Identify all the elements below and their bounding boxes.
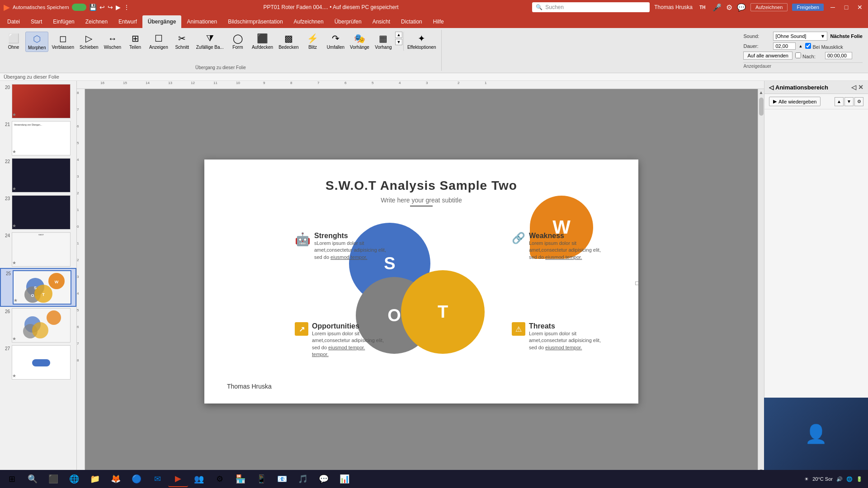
anim-arrow-settings[interactable]: ⚙ [854,97,863,106]
transition-vorhang[interactable]: ▦ Vorhang [373,32,394,51]
play-all-button[interactable]: ▶ Alle wiedergeben [769,97,821,106]
tab-uebergaenge[interactable]: Übergänge [142,15,182,28]
settings-taskbar-button[interactable]: ⚙ [210,471,230,487]
effektoptionen-button[interactable]: ✦ Effektoptionen [403,32,439,51]
transition-schieben[interactable]: ▷ Schieben [77,32,101,51]
slide-thumb-21[interactable]: 21 Verwendung von Übergan... ★ [0,120,76,157]
anim-arrow-up[interactable]: ▲ [835,97,844,106]
auf-alle-button[interactable]: Auf alle anwenden [743,52,793,60]
bei-mausklick-checkbox[interactable] [805,43,811,49]
chrome-button[interactable]: 🔵 [127,471,146,487]
dictation-icon[interactable]: 🎤 [712,3,722,12]
undo-icon[interactable]: ↩ [99,4,105,11]
nach-checkbox[interactable] [795,52,801,58]
teams-button[interactable]: 👥 [189,471,209,487]
anim-panel-buttons[interactable]: ◁ ✕ [851,84,863,91]
slide-canvas[interactable]: S.W.O.T Analysis Sample Two Write here y… [85,89,758,474]
save-icon[interactable]: 💾 [89,4,97,11]
slide-thumb-26[interactable]: 26 ★ [0,307,76,344]
tab-entwurf[interactable]: Entwurf [113,15,142,28]
minimize-button[interactable]: ─ [828,3,837,12]
search-taskbar-button[interactable]: 🔍 [23,471,42,487]
transition-bedecken[interactable]: ▩ Bedecken [276,32,301,51]
transition-schnitt[interactable]: ✂ Schnitt [171,32,193,51]
tab-aufzeichnen[interactable]: Aufzeichnen [288,15,329,28]
search-box[interactable]: 🔍 Suchen [532,2,650,12]
tab-hilfe[interactable]: Hilfe [428,15,449,28]
app2-button[interactable]: 📧 [272,471,292,487]
slide-thumb-22[interactable]: 22 ★ [0,157,76,194]
tab-ansicht[interactable]: Ansicht [367,15,396,28]
dauer-input[interactable] [773,42,796,50]
transition-anzeigen[interactable]: ☐ Anzeigen [147,32,170,51]
vertical-scrollbar[interactable]: ▲ ▼ [758,89,764,474]
close-button[interactable]: ✕ [855,3,864,12]
network-icon[interactable]: 🌐 [846,476,853,482]
settings-icon[interactable]: ⚙ [726,3,732,12]
more-icon[interactable]: ⋮ [123,4,130,11]
tab-einfuegen[interactable]: Einfügen [47,15,80,28]
edge-button[interactable]: 🌐 [64,471,84,487]
anim-close-icon[interactable]: ✕ [858,84,863,91]
scroll-thumb[interactable] [759,98,764,116]
slide-title[interactable]: S.W.O.T Analysis Sample Two [204,178,638,193]
resize-handle[interactable] [635,282,638,285]
slide-thumb-27[interactable]: 27 ★ [0,344,76,381]
transition-verblassen[interactable]: ◻ Verblassen [49,32,76,51]
transition-teilen[interactable]: ⊞ Teilen [124,32,146,51]
app3-button[interactable]: 🎵 [293,471,313,487]
user-avatar[interactable]: TH [697,2,708,13]
battery-icon[interactable]: 🔋 [856,476,863,482]
record-button[interactable]: Aufzeichnen [750,3,788,11]
transition-ohne[interactable]: ⬜ Ohne [3,32,24,51]
autosave-toggle[interactable]: Automatisches Speichern [13,5,69,10]
redo-icon[interactable]: ↪ [108,4,113,11]
scroll-up-arrow[interactable]: ▲ [758,89,764,96]
scroll-down-icon[interactable]: ▼ [395,39,402,45]
scroll-up-icon[interactable]: ▲ [395,32,402,38]
tab-bildschirm[interactable]: Bildschirmpräsentation [222,15,288,28]
transition-wischen[interactable]: ↔ Wischen [102,32,123,51]
slide-thumb-24[interactable]: 24 SWOT ★ [0,231,76,268]
nach-input[interactable] [825,52,852,59]
transition-form[interactable]: ◯ Form [227,32,249,51]
sound-dropdown[interactable]: [Ohne Sound]▼ [773,32,827,41]
ruler-tick: 10 [236,81,240,85]
tab-dictation[interactable]: Dictation [396,15,428,28]
transition-umfallen[interactable]: ↷ Umfallen [325,32,347,51]
explorer-button[interactable]: 📁 [85,471,105,487]
slide-thumb-23[interactable]: 23 ★ [0,194,76,231]
active-slide[interactable]: S.W.O.T Analysis Sample Two Write here y… [204,160,638,404]
maximize-button[interactable]: □ [842,3,851,12]
taskview-button[interactable]: ⬛ [43,471,63,487]
app1-button[interactable]: 📱 [251,471,271,487]
present-icon[interactable]: ▶ [116,4,121,11]
firefox-button[interactable]: 🦊 [106,471,126,487]
outlook-button[interactable]: ✉ [147,471,167,487]
start-button[interactable]: ⊞ [2,471,22,487]
app5-button[interactable]: 📊 [335,471,354,487]
tab-animationen[interactable]: Animationen [181,15,222,28]
anim-collapse-icon[interactable]: ◁ [851,84,856,91]
slide-thumb-20[interactable]: 20 ★ [0,83,76,120]
tab-start[interactable]: Start [25,15,47,28]
sound-taskbar-icon[interactable]: 🔊 [836,476,843,482]
dauer-up-icon[interactable]: ▲ [798,44,802,48]
slide-thumb-25[interactable]: 25 S O T W ★ [0,268,76,307]
tab-datei[interactable]: Datei [2,15,25,28]
tab-ueberpruefen[interactable]: Überprüfen [329,15,367,28]
transition-blitz[interactable]: ⚡ Blitz [302,32,324,51]
anim-panel-icon: ◁ [769,84,774,91]
share-button[interactable]: Freigeben [792,4,824,11]
transition-morphen[interactable]: ⬡ Morphen [25,32,48,52]
tab-zeichnen[interactable]: Zeichnen [80,15,113,28]
feedback-icon[interactable]: 💬 [737,3,746,12]
transition-vorhaenge[interactable]: 🎭 Vorhänge [348,32,372,51]
transition-aufdecken[interactable]: ⬛ Aufdecken [250,32,275,51]
anim-arrow-down[interactable]: ▼ [844,97,854,106]
autosave-switch[interactable] [72,4,86,11]
store-button[interactable]: 🏪 [231,471,250,487]
app4-button[interactable]: 💬 [314,471,334,487]
powerpoint-button[interactable]: ▶ [168,471,188,487]
transition-zufaellig[interactable]: ⧩ Zufällige Ba... [194,32,226,51]
